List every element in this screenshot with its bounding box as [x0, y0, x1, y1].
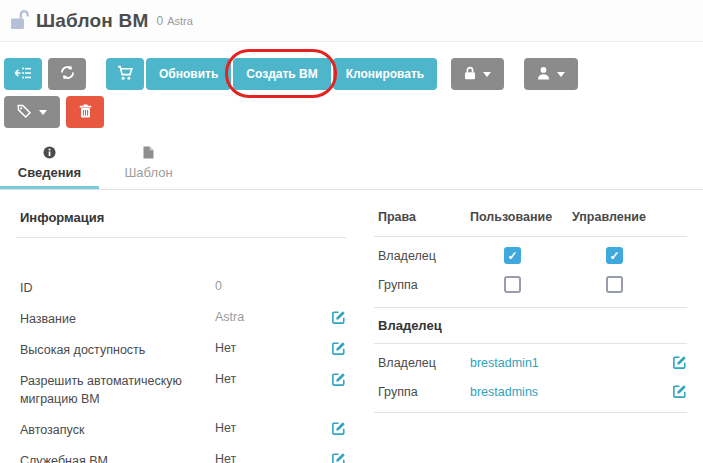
info-row-service-vm: Служебная ВМ Нет: [16, 446, 346, 463]
owner-row: Владелец brestadmin1: [374, 348, 687, 377]
info-row-ha: Высокая доступность Нет: [16, 334, 346, 365]
info-icon: [43, 146, 56, 162]
refresh-button[interactable]: [48, 58, 86, 90]
page-title: Шаблон ВМ: [36, 10, 148, 32]
edit-icon[interactable]: [672, 355, 687, 370]
delete-button[interactable]: [66, 96, 104, 128]
perm-row-owner: Владелец: [374, 241, 687, 270]
edit-icon[interactable]: [331, 452, 346, 463]
edit-icon[interactable]: [331, 421, 346, 436]
group-link[interactable]: brestadmins: [470, 385, 669, 399]
lock-dropdown[interactable]: [451, 58, 504, 90]
row-value: Astra: [215, 310, 328, 324]
refresh-icon: [60, 65, 75, 83]
tab-template-label: Шаблон: [124, 165, 172, 180]
user-icon: [537, 66, 550, 83]
row-label: Владелец: [378, 249, 470, 263]
page-header: Шаблон ВМ 0 Astra: [0, 0, 703, 42]
toolbar-row-1: Обновить Создать ВМ Клонировать: [4, 58, 699, 90]
perm-row-group: Группа: [374, 270, 687, 299]
row-label: Название: [20, 310, 215, 328]
clone-button[interactable]: Клонировать: [333, 58, 438, 90]
info-row-autostart: Автозапуск Нет: [16, 415, 346, 446]
chevron-down-icon: [557, 72, 565, 77]
back-to-list-icon: [14, 66, 32, 83]
vm-id: 0: [156, 14, 163, 28]
details-content: Информация ID 0 Название Astra: [0, 190, 703, 463]
owner-use-checkbox[interactable]: [504, 247, 521, 264]
permissions-header: Права Пользование Управление: [374, 198, 687, 237]
tab-info[interactable]: Сведения: [0, 144, 99, 189]
owner-manage-checkbox[interactable]: [606, 247, 623, 264]
row-label: Служебная ВМ: [20, 452, 215, 463]
info-table: ID 0 Название Astra Высокая доступность: [16, 272, 346, 463]
chevron-down-icon: [483, 72, 491, 77]
trash-icon: [79, 104, 92, 121]
labels-dropdown[interactable]: [4, 96, 60, 128]
info-row-name: Название Astra: [16, 303, 346, 334]
edit-icon[interactable]: [672, 384, 687, 399]
row-value: Нет: [215, 341, 328, 355]
row-label: Автозапуск: [20, 421, 215, 439]
row-label: ID: [20, 279, 215, 297]
tab-info-label: Сведения: [18, 165, 81, 180]
info-row-migration: Разрешить автоматическую миграцию ВМ Нет: [16, 365, 346, 414]
row-value: Нет: [215, 452, 328, 463]
edit-icon[interactable]: [331, 310, 346, 325]
info-row-id: ID 0: [16, 272, 346, 303]
ownership-table: Владелец brestadmin1 Группа brestadmins: [374, 344, 687, 413]
group-row: Группа brestadmins: [374, 377, 687, 406]
ownership-dropdown[interactable]: [524, 58, 578, 90]
create-vm-button[interactable]: Создать ВМ: [233, 58, 330, 90]
row-value: Нет: [215, 372, 328, 386]
toolbar: Обновить Создать ВМ Клонировать: [0, 42, 703, 128]
edit-icon[interactable]: [331, 341, 346, 356]
row-label: Разрешить автоматическую миграцию ВМ: [20, 372, 215, 408]
permissions-title: Права: [378, 210, 470, 224]
col-manage-header: Управление: [572, 210, 674, 224]
chevron-down-icon: [39, 110, 47, 115]
row-label: Группа: [378, 278, 470, 292]
cart-icon: [117, 65, 134, 84]
info-panel: Информация ID 0 Название Astra: [16, 198, 346, 463]
row-label: Высокая доступность: [20, 341, 215, 359]
update-button[interactable]: Обновить: [146, 58, 231, 90]
vm-template-details-page: Шаблон ВМ 0 Astra: [0, 0, 703, 463]
vm-name: Astra: [167, 15, 193, 27]
back-to-list-button[interactable]: [4, 58, 42, 90]
row-label: Группа: [378, 385, 470, 399]
detail-tabs: Сведения Шаблон: [0, 144, 703, 190]
info-section-title: Информация: [16, 198, 346, 238]
row-value: 0: [215, 279, 328, 293]
group-use-checkbox[interactable]: [504, 276, 521, 293]
edit-icon[interactable]: [331, 372, 346, 387]
tab-template[interactable]: Шаблон: [99, 144, 198, 189]
file-icon: [143, 146, 154, 162]
instantiate-cart-button[interactable]: [106, 58, 144, 90]
group-manage-checkbox[interactable]: [606, 276, 623, 293]
owner-link[interactable]: brestadmin1: [470, 356, 669, 370]
col-use-header: Пользование: [470, 210, 572, 224]
row-label: Владелец: [378, 356, 470, 370]
row-value: Нет: [215, 421, 328, 435]
permissions-panel: Права Пользование Управление Владелец Гр…: [374, 198, 687, 463]
ownership-section-title: Владелец: [374, 308, 687, 344]
lock-icon: [464, 66, 476, 83]
unlocked-icon: [10, 9, 29, 32]
tag-icon: [17, 104, 32, 121]
toolbar-row-2: [4, 96, 699, 128]
permissions-table: Владелец Группа: [374, 237, 687, 308]
